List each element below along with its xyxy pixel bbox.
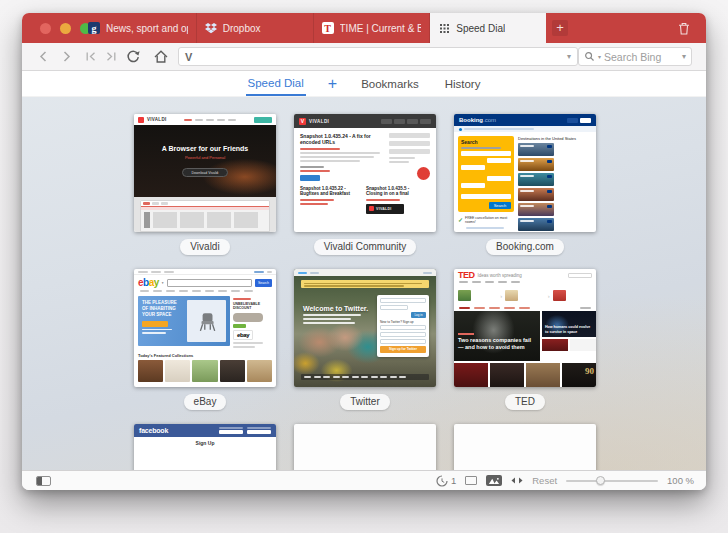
- tab-title: News, sport and opinion from: [106, 23, 188, 34]
- search-engine-arrow-icon[interactable]: ▾: [598, 53, 601, 60]
- twitter-topbar: [294, 269, 436, 276]
- toggle-images-button[interactable]: [486, 475, 502, 486]
- tab-title: Dropbox: [223, 23, 261, 34]
- tab-dropbox[interactable]: Dropbox: [197, 13, 314, 43]
- ebay-search-button: Search: [255, 279, 272, 287]
- page-tiling-button[interactable]: [465, 476, 477, 485]
- speed-dial-vivaldi-community[interactable]: V VIVALDI Snapshot 1.0.435.24 - A fix fo…: [294, 114, 436, 255]
- placeholder-header-buttons: [381, 119, 431, 124]
- speed-dial-facebook[interactable]: facebook Sign Up: [134, 424, 276, 470]
- startpage-tab-bookmarks[interactable]: Bookmarks: [359, 71, 421, 96]
- zoom-level: 100 %: [667, 475, 694, 486]
- dial-label: Vivaldi: [180, 239, 229, 255]
- tab-title: TIME | Current & Breaking New: [340, 23, 422, 34]
- ted-main-talk: Two reasons companies fail — and how to …: [454, 311, 540, 361]
- rewind-button[interactable]: [80, 43, 102, 70]
- twitter-login-button: Log in: [411, 312, 426, 318]
- booking-promo: ✓ FREE cancellation on most rooms!: [458, 216, 514, 225]
- reload-button[interactable]: [122, 43, 144, 70]
- startpage-tab-history[interactable]: History: [443, 71, 483, 96]
- community-vivaldi-banner: VIVALDI: [366, 204, 404, 214]
- twitter-signup-button: Sign up for Twitter: [380, 346, 426, 353]
- status-bar: 1 Reset 100 %: [22, 470, 706, 490]
- forward-button[interactable]: [55, 43, 77, 70]
- time-favicon-icon: T: [322, 22, 334, 34]
- booking-search-button: Search: [489, 202, 511, 209]
- closed-tabs-button[interactable]: 1: [436, 475, 456, 487]
- booking-destination-grid: [518, 143, 592, 232]
- ted-thumbnail: TED Ideas worth spreading › ›: [454, 269, 596, 387]
- community-post3-title: Snapshot 1.0.435.5 - Closing in on a fin…: [366, 186, 426, 197]
- closed-tabs-trash-icon[interactable]: [678, 21, 690, 39]
- tab-speed-dial-active[interactable]: Speed Dial: [430, 13, 546, 43]
- dial-label: eBay: [184, 394, 227, 410]
- booking-thumbnail: Booking.com Search: [454, 114, 596, 232]
- ted-bottom-row: 90: [454, 363, 596, 387]
- blank-thumbnail: [294, 424, 436, 470]
- panel-toggle-button[interactable]: [36, 476, 51, 486]
- tab-time[interactable]: T TIME | Current & Breaking New: [314, 13, 431, 43]
- blank-thumbnail: [454, 424, 596, 470]
- ebay-deal-button: [233, 324, 246, 328]
- speed-dial-blank-2[interactable]: [454, 424, 596, 470]
- dial-label: Booking.com: [486, 239, 564, 255]
- startpage-tab-speed-dial[interactable]: Speed Dial: [246, 71, 306, 96]
- dial-label: TED: [505, 394, 545, 410]
- vivaldi-community-thumbnail: V VIVALDI Snapshot 1.0.435.24 - A fix fo…: [294, 114, 436, 232]
- facebook-thumbnail: facebook Sign Up: [134, 424, 276, 470]
- ted-90-badge: 90: [585, 366, 594, 376]
- add-speed-dial-group-button[interactable]: +: [328, 71, 337, 96]
- facebook-signup-heading: Sign Up: [134, 437, 276, 446]
- ebay-logo: ebay: [138, 277, 159, 288]
- booking-brand: Booking.com: [459, 117, 496, 123]
- speed-dial-ebay[interactable]: ebay ▾ Search THE PLEASURE OF INHABITING…: [134, 269, 276, 410]
- vivaldi-logo-icon: [138, 117, 144, 123]
- dropbox-favicon-icon: [205, 22, 217, 34]
- speed-dial-twitter[interactable]: Welcome to Twitter. Log in New to Twitte…: [294, 269, 436, 410]
- speed-dial-vivaldi[interactable]: VIVALDI A Browser for our Friends Powerf…: [134, 114, 276, 255]
- page-actions-button[interactable]: [511, 477, 523, 484]
- chair-image: [187, 300, 226, 342]
- start-page: Speed Dial + Bookmarks History VIVALDI A…: [22, 71, 706, 470]
- vivaldi-hero-subtitle: Powerful and Personal: [134, 155, 276, 160]
- ted-search-box: [568, 273, 592, 278]
- back-button[interactable]: [32, 43, 54, 70]
- home-button[interactable]: [150, 43, 172, 70]
- closed-tabs-count: 1: [451, 475, 456, 486]
- browser-window: g News, sport and opinion from Dropbox T…: [22, 13, 706, 490]
- tab-guardian[interactable]: g News, sport and opinion from: [80, 13, 197, 43]
- booking-promo-text: FREE cancellation on most rooms!: [465, 216, 514, 225]
- booking-search-heading: Search: [461, 139, 511, 145]
- zoom-slider[interactable]: [566, 480, 658, 482]
- zoom-slider-knob[interactable]: [596, 476, 605, 485]
- speed-dial-booking[interactable]: Booking.com Search: [454, 114, 596, 255]
- search-field[interactable]: ▾ ▾: [578, 47, 692, 66]
- close-window-button[interactable]: [40, 23, 51, 34]
- ebay-mini-logo: ebay: [233, 330, 253, 340]
- tab-title: Speed Dial: [456, 23, 505, 34]
- zoom-reset-button[interactable]: Reset: [532, 475, 557, 486]
- address-bar[interactable]: V ▾: [178, 47, 578, 66]
- ted-mini-tiles: [542, 339, 596, 351]
- tab-strip: g News, sport and opinion from Dropbox T…: [80, 13, 546, 43]
- address-input[interactable]: [197, 51, 562, 63]
- ted-main-talk-title: Two reasons companies fail — and how to …: [458, 337, 534, 351]
- booking-search-panel: Search Search: [458, 136, 514, 212]
- start-page-navigation: Speed Dial + Bookmarks History: [22, 71, 706, 97]
- address-dropdown-arrow-icon[interactable]: ▾: [567, 52, 571, 61]
- ted-side-talk-title: How humans could evolve to survive in sp…: [545, 325, 593, 334]
- booking-destinations-heading: Destinations in the United States: [518, 136, 592, 141]
- speed-dial-blank-1[interactable]: [294, 424, 436, 470]
- speed-dial-ted[interactable]: TED Ideas worth spreading › ›: [454, 269, 596, 410]
- search-dropdown-arrow-icon[interactable]: ▾: [682, 52, 686, 61]
- fast-forward-button[interactable]: [100, 43, 122, 70]
- facebook-logo: facebook: [139, 427, 168, 434]
- minimize-window-button[interactable]: [60, 23, 71, 34]
- community-badge-icon: [417, 167, 430, 180]
- search-input[interactable]: [604, 51, 679, 63]
- vivaldi-brand: VIVALDI: [147, 117, 167, 122]
- twitter-footer-links: [301, 374, 429, 380]
- vivaldi-hero-title: A Browser for our Friends: [134, 125, 276, 152]
- community-brand: VIVALDI: [309, 119, 329, 124]
- new-tab-button[interactable]: +: [552, 20, 568, 36]
